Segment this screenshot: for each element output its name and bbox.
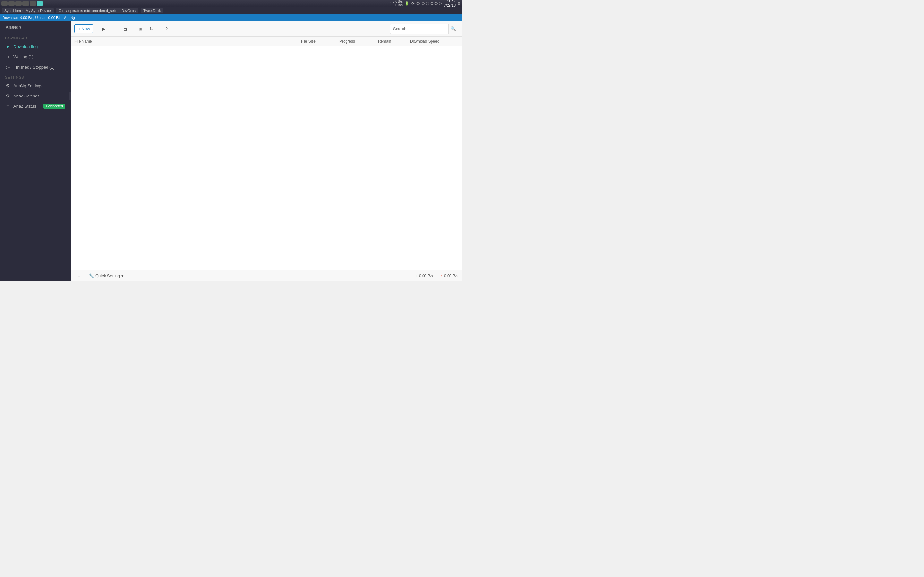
sidebar-item-aria2-status[interactable]: ≡ Aria2 Status Connected bbox=[0, 101, 71, 111]
taskbar-btn-4[interactable] bbox=[23, 1, 29, 6]
aria2-settings-icon: ⚙ bbox=[5, 93, 10, 98]
quick-setting-button[interactable]: 🔧 Quick Setting ▾ bbox=[89, 274, 124, 278]
quick-setting-wrench-icon: 🔧 bbox=[89, 274, 94, 278]
play-button[interactable]: ▶ bbox=[99, 24, 108, 34]
logo-text: AriaNg bbox=[6, 25, 18, 29]
search-input[interactable] bbox=[391, 25, 448, 33]
grid-icon: ⊞ bbox=[139, 26, 142, 31]
aria2-status-icon: ≡ bbox=[5, 103, 10, 109]
bluetooth-icon: ⬡ bbox=[417, 1, 420, 6]
taskbar-btn-1[interactable] bbox=[1, 1, 8, 6]
downloading-icon: ● bbox=[5, 44, 10, 49]
ariang-settings-label: AriaNg Settings bbox=[13, 83, 65, 88]
settings-section-label: Settings bbox=[0, 72, 71, 81]
sidebar-item-finished-stopped[interactable]: ◎ Finished / Stopped (1) bbox=[0, 62, 71, 72]
download-speed-value: 0.00 B/s bbox=[419, 274, 433, 278]
sidebar-logo: AriaNg ▾ bbox=[0, 21, 71, 33]
download-section-label: Download bbox=[0, 33, 71, 41]
wifi-icon: ⟳ bbox=[411, 1, 415, 6]
help-icon: ? bbox=[165, 26, 168, 31]
sort-icon: ⇅ bbox=[150, 26, 153, 31]
search-box: 🔍 bbox=[390, 24, 458, 34]
network-speed-icon: ↓ 0.0 B/s ↑ 0.0 B/s bbox=[390, 0, 403, 7]
logo-suffix: ▾ bbox=[19, 25, 21, 29]
waiting-icon: ○ bbox=[5, 54, 10, 59]
upload-speed-tray: ↑ 0.0 B/s bbox=[390, 3, 403, 7]
system-tray-icons: ⬡ ⬡ ⬡ ⬡ ⬡ bbox=[422, 1, 442, 6]
help-button[interactable]: ? bbox=[162, 24, 171, 34]
connected-badge: Connected bbox=[43, 103, 65, 109]
content-area: + New ▶ ⏸ 🗑 ⊞ ⇅ ? bbox=[71, 21, 462, 282]
quick-setting-label: Quick Setting bbox=[95, 274, 120, 278]
delete-button[interactable]: 🗑 bbox=[121, 24, 130, 34]
title-bar-text: Download: 0.00 B/s, Upload: 0.00 B/s - A… bbox=[3, 16, 75, 19]
taskbar-btn-6[interactable] bbox=[37, 1, 43, 6]
finished-label: Finished / Stopped (1) bbox=[13, 65, 65, 69]
download-speed-indicator: ↓ 0.00 B/s bbox=[416, 274, 433, 278]
pause-button[interactable]: ⏸ bbox=[110, 24, 120, 34]
apps-icon[interactable]: ⊞ bbox=[457, 1, 461, 6]
new-button-label: + New bbox=[78, 26, 90, 31]
sidebar: AriaNg ▾ Download ● Downloading ○ Waitin… bbox=[0, 21, 71, 282]
quick-setting-arrow: ▾ bbox=[121, 274, 124, 278]
th-speed: Download Speed bbox=[410, 39, 458, 44]
bottom-bar: ≡ 🔧 Quick Setting ▾ ↓ 0.00 B/s ↑ 0.00 B/… bbox=[71, 270, 462, 282]
pause-icon: ⏸ bbox=[112, 26, 117, 31]
downloading-label: Downloading bbox=[13, 44, 65, 49]
delete-icon: 🗑 bbox=[123, 26, 128, 31]
menu-icon: ≡ bbox=[78, 273, 80, 279]
upload-speed-value: 0.00 B/s bbox=[444, 274, 458, 278]
taskbar: ↓ 0.0 B/s ↑ 0.0 B/s 🔋 ⟳ ⬡ ⬡ ⬡ ⬡ ⬡ ⬡ 15:2… bbox=[0, 0, 462, 7]
bottom-menu-button[interactable]: ≡ bbox=[74, 271, 83, 280]
toolbar-separator-1 bbox=[96, 25, 96, 33]
bottom-separator-1 bbox=[86, 273, 86, 279]
taskbar-btn-2[interactable] bbox=[8, 1, 15, 6]
browser-tab-1[interactable]: C++ / operators (std::unordered_set) — D… bbox=[56, 8, 138, 13]
table-body bbox=[71, 47, 462, 270]
search-icon: 🔍 bbox=[451, 26, 456, 31]
taskbar-right: ↓ 0.0 B/s ↑ 0.0 B/s 🔋 ⟳ ⬡ ⬡ ⬡ ⬡ ⬡ ⬡ 15:2… bbox=[390, 0, 461, 7]
sidebar-item-waiting[interactable]: ○ Waiting (1) bbox=[0, 52, 71, 62]
search-button[interactable]: 🔍 bbox=[448, 24, 458, 34]
battery-icon: 🔋 bbox=[405, 1, 409, 6]
table-header: File Name File Size Progress Remain Down… bbox=[71, 37, 462, 47]
download-speed-tray: ↓ 0.0 B/s bbox=[390, 0, 403, 3]
browser-bar: Sync Home | My Sync Device C++ / operato… bbox=[0, 7, 462, 14]
finished-icon: ◎ bbox=[5, 64, 10, 69]
play-icon: ▶ bbox=[102, 26, 105, 31]
th-filename: File Name bbox=[74, 39, 301, 44]
th-filesize: File Size bbox=[301, 39, 339, 44]
grid-view-button[interactable]: ⊞ bbox=[136, 24, 145, 34]
upload-speed-indicator: ↑ 0.00 B/s bbox=[441, 274, 458, 278]
sidebar-item-downloading[interactable]: ● Downloading bbox=[0, 41, 71, 52]
th-remain: Remain bbox=[378, 39, 410, 44]
new-button[interactable]: + New bbox=[74, 24, 94, 33]
toolbar-separator-2 bbox=[133, 25, 133, 33]
aria2-status-label: Aria2 Status bbox=[13, 104, 40, 109]
upload-arrow-icon: ↑ bbox=[441, 274, 443, 278]
waiting-label: Waiting (1) bbox=[13, 55, 65, 59]
taskbar-btn-3[interactable] bbox=[15, 1, 22, 6]
content-toolbar: + New ▶ ⏸ 🗑 ⊞ ⇅ ? bbox=[71, 21, 462, 37]
toolbar-separator-3 bbox=[159, 25, 159, 33]
title-bar: Download: 0.00 B/s, Upload: 0.00 B/s - A… bbox=[0, 14, 462, 21]
taskbar-left bbox=[1, 1, 43, 6]
sidebar-item-aria2-settings[interactable]: ⚙ Aria2 Settings ‹ bbox=[0, 91, 71, 101]
download-arrow-icon: ↓ bbox=[416, 274, 418, 278]
browser-tab-0[interactable]: Sync Home | My Sync Device bbox=[2, 8, 53, 13]
browser-tab-2[interactable]: TweetDeck bbox=[141, 8, 163, 13]
th-progress: Progress bbox=[339, 39, 378, 44]
sort-button[interactable]: ⇅ bbox=[147, 24, 156, 34]
sidebar-item-ariang-settings[interactable]: ⚙ AriaNg Settings bbox=[0, 81, 71, 91]
clock: 15:24 7/29/18 bbox=[444, 0, 456, 7]
taskbar-btn-5[interactable] bbox=[29, 1, 36, 6]
ariang-settings-icon: ⚙ bbox=[5, 83, 10, 88]
aria2-settings-label: Aria2 Settings bbox=[13, 93, 65, 98]
main-layout: AriaNg ▾ Download ● Downloading ○ Waitin… bbox=[0, 21, 462, 282]
